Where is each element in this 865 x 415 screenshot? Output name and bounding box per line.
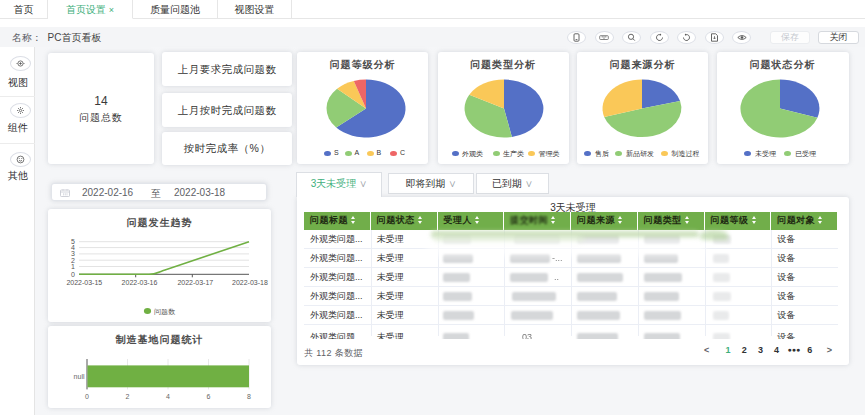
svg-text:2022-03-16: 2022-03-16: [122, 279, 158, 286]
svg-text:0: 0: [85, 393, 89, 400]
svg-text:2022-03-15: 2022-03-15: [66, 279, 102, 286]
svg-text:0: 0: [71, 271, 75, 278]
svg-text:2022-03-17: 2022-03-17: [177, 279, 213, 286]
svg-text:null: null: [74, 373, 85, 380]
svg-text:8: 8: [247, 393, 251, 400]
svg-text:4: 4: [166, 393, 170, 400]
svg-text:问题数: 问题数: [154, 308, 176, 316]
svg-text:2022-03-18: 2022-03-18: [232, 279, 268, 286]
svg-text:1: 1: [71, 263, 75, 270]
svg-text:2: 2: [126, 393, 130, 400]
svg-text:6: 6: [207, 393, 211, 400]
